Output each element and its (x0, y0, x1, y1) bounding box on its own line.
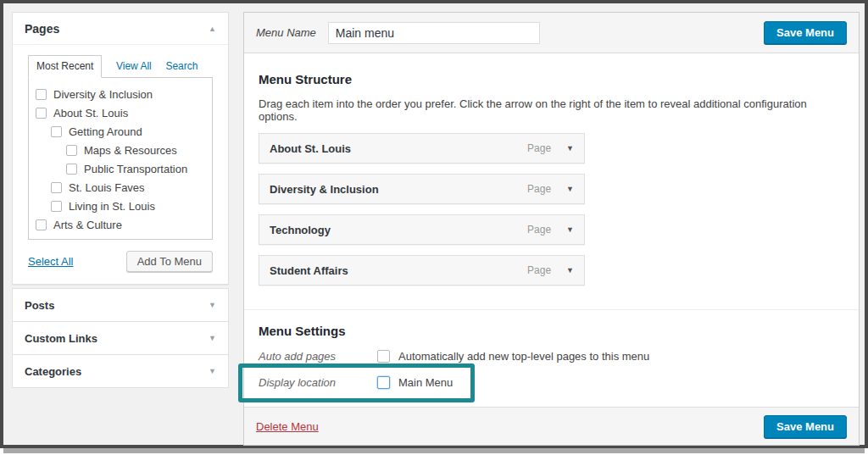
menu-item-label: Student Affairs (270, 264, 348, 277)
main-menu-checkbox[interactable] (377, 376, 390, 389)
page-option-label: About St. Louis (53, 107, 128, 119)
checkbox-icon[interactable] (51, 126, 62, 137)
pages-actions: Select All Add To Menu (28, 251, 213, 272)
page-option-label: Getting Around (69, 125, 142, 138)
pages-panel: Pages ▲ Most Recent View All Search Dive… (12, 12, 229, 285)
save-menu-button-bottom[interactable]: Save Menu (764, 415, 847, 438)
tab-most-recent[interactable]: Most Recent (28, 55, 102, 78)
checkbox-icon[interactable] (36, 108, 47, 119)
menu-edit-panel: Menu Name Save Menu Menu Structure Drag … (243, 12, 860, 446)
page-checklist[interactable]: Diversity & Inclusion About St. Louis Ge… (28, 77, 213, 240)
menu-item[interactable]: About St. Louis Page ▼ (259, 133, 585, 164)
chevron-down-icon[interactable]: ▼ (209, 334, 216, 342)
menu-name-header: Menu Name Save Menu (244, 13, 859, 53)
chevron-down-icon[interactable]: ▼ (566, 185, 574, 193)
accordion-posts[interactable]: Posts ▼ (12, 288, 229, 322)
pages-panel-body: Most Recent View All Search Diversity & … (13, 45, 228, 284)
page-option[interactable]: Arts & Culture (36, 216, 212, 235)
menu-item[interactable]: Technology Page ▼ (259, 214, 585, 245)
page-option-label: Arts & Culture (53, 219, 122, 231)
checkbox-icon[interactable] (36, 89, 47, 100)
pages-panel-title: Pages (25, 22, 59, 36)
menu-item-label: Diversity & Inclusion (270, 183, 379, 196)
checkbox-icon[interactable] (66, 145, 77, 156)
tab-search[interactable]: Search (165, 60, 198, 72)
chevron-down-icon[interactable]: ▼ (566, 225, 574, 234)
auto-add-pages-label: Auto add pages (259, 350, 377, 363)
menu-item-type: Page (527, 142, 551, 154)
page-option-label: Public Transportation (84, 163, 187, 175)
menu-settings-title: Menu Settings (259, 310, 844, 338)
chevron-down-icon[interactable]: ▼ (209, 301, 216, 309)
accordion-label: Custom Links (25, 332, 97, 345)
accordion-custom-links[interactable]: Custom Links ▼ (12, 321, 229, 355)
delete-menu-link[interactable]: Delete Menu (256, 420, 319, 433)
pages-tabs: Most Recent View All Search (28, 55, 213, 78)
tab-view-all[interactable]: View All (116, 60, 152, 72)
checkbox-icon[interactable] (66, 164, 77, 175)
menu-structure-body: Menu Structure Drag each item into the o… (244, 53, 859, 389)
menu-footer: Delete Menu Save Menu (244, 407, 859, 445)
chevron-down-icon[interactable]: ▼ (209, 367, 216, 375)
chevron-down-icon[interactable]: ▼ (566, 144, 574, 153)
display-location-label: Display location (259, 376, 377, 389)
page-option[interactable]: Diversity & Inclusion (36, 86, 212, 104)
auto-add-checkbox[interactable] (377, 350, 390, 363)
accordion-label: Categories (25, 365, 81, 378)
menu-name-input[interactable] (328, 22, 540, 44)
menu-item-label: About St. Louis (270, 142, 351, 155)
menu-structure-description: Drag each item into the order you prefer… (259, 97, 844, 123)
page-option[interactable]: Public Transportation (36, 160, 212, 179)
display-location-row: Display location Main Menu (259, 376, 844, 389)
page-option[interactable]: St. Louis Faves (36, 179, 212, 197)
page-option-label: Diversity & Inclusion (53, 88, 153, 101)
page-option[interactable]: Getting Around (36, 123, 212, 141)
accordion-categories[interactable]: Categories ▼ (12, 354, 229, 388)
select-all-link[interactable]: Select All (28, 255, 73, 268)
page-option-label: Living in St. Louis (69, 200, 155, 213)
checkbox-icon[interactable] (51, 201, 62, 212)
main-menu-option-label: Main Menu (398, 376, 453, 389)
menu-item-type: Page (527, 264, 551, 276)
add-to-menu-button[interactable]: Add To Menu (126, 251, 213, 272)
wordpress-menus-screen: Pages ▲ Most Recent View All Search Dive… (0, 0, 868, 448)
sidebar-accordions: Posts ▼ Custom Links ▼ Categories ▼ (12, 289, 229, 388)
page-option[interactable]: Living in St. Louis (36, 197, 212, 216)
menu-item[interactable]: Diversity & Inclusion Page ▼ (259, 174, 585, 204)
page-option-label: Maps & Resources (84, 144, 177, 157)
page-option[interactable]: About St. Louis (36, 104, 212, 123)
accordion-label: Posts (25, 299, 54, 312)
pages-panel-header[interactable]: Pages ▲ (13, 13, 228, 45)
window-shadow (3, 448, 865, 453)
menu-structure-title: Menu Structure (259, 53, 844, 86)
auto-add-option-label: Automatically add new top-level pages to… (398, 350, 649, 363)
checkbox-icon[interactable] (36, 219, 47, 230)
menu-name-label: Menu Name (256, 26, 316, 39)
menu-item-label: Technology (270, 224, 331, 236)
save-menu-button-top[interactable]: Save Menu (764, 21, 847, 44)
menu-item[interactable]: Student Affairs Page ▼ (259, 255, 585, 286)
chevron-down-icon[interactable]: ▼ (566, 266, 574, 275)
page-option-label: St. Louis Faves (69, 181, 145, 194)
menu-item-type: Page (527, 224, 551, 236)
chevron-up-icon[interactable]: ▲ (209, 25, 216, 33)
menu-item-type: Page (527, 183, 551, 195)
checkbox-icon[interactable] (51, 182, 62, 193)
auto-add-pages-row: Auto add pages Automatically add new top… (259, 350, 844, 363)
page-option[interactable]: Maps & Resources (36, 141, 212, 160)
